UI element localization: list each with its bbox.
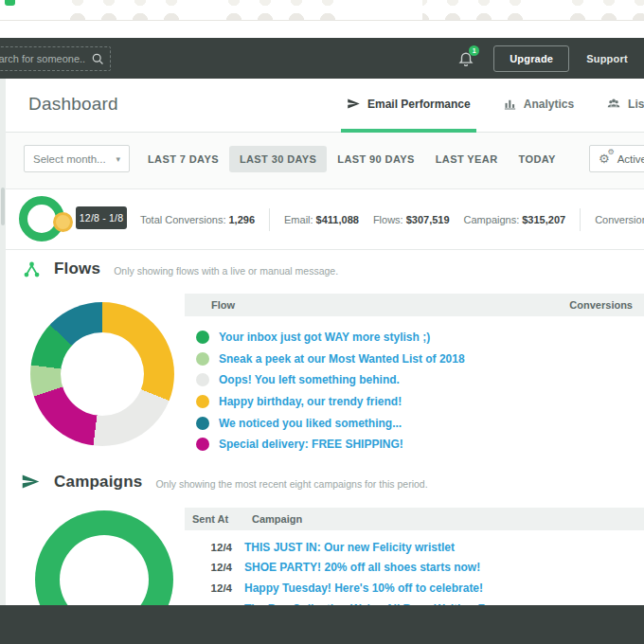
month-select-dropdown[interactable]: Select month... ▾ <box>24 145 130 172</box>
campaign-row[interactable]: 12/4 SHOE PARTY! 20% off all shoes start… <box>185 558 644 579</box>
bottom-dark-bar <box>0 605 644 644</box>
flows-section-title: Flows <box>54 259 100 278</box>
flow-link[interactable]: Happy birthday, our trendy friend! <box>219 395 402 408</box>
flow-link[interactable]: Your inbox just got WAY more stylish ;) <box>219 331 430 344</box>
flows-section-note: Only showing flows with a live or manual… <box>114 265 338 277</box>
tab-analytics[interactable]: Analytics <box>497 79 580 133</box>
flow-link[interactable]: Sneak a peek at our Most Wanted List of … <box>219 352 465 366</box>
flow-color-dot <box>196 331 209 344</box>
flow-color-dot <box>196 395 209 408</box>
date-range-badge: 12/8 - 1/8 <box>76 206 127 229</box>
campaigns-table-header: Sent At Campaign <box>185 508 644 530</box>
flow-row[interactable]: Oops! You left something behind. <box>185 369 644 391</box>
filter-bar: Select month... ▾ LAST 7 DAYS LAST 30 DA… <box>6 133 644 189</box>
tab-bar: Email Performance Analytics Lists & Segm… <box>341 79 644 133</box>
chip-last-30-days[interactable]: LAST 30 DAYS <box>229 146 327 172</box>
stat-flows: Flows:$307,519 <box>373 214 450 225</box>
flows-donut-chart <box>30 302 174 446</box>
flow-link[interactable]: We noticed you liked something... <box>219 417 402 430</box>
stat-email: Email:$411,088 <box>284 214 359 225</box>
stat-campaigns: Campaigns:$315,207 <box>464 214 566 225</box>
chip-today[interactable]: TODAY <box>509 146 566 172</box>
decorative-gap <box>536 0 570 20</box>
notifications-bell-icon[interactable]: 1 <box>457 49 476 68</box>
flows-table: Flow Conversions Your inbox just got WAY… <box>185 294 644 456</box>
page-title: Dashboard <box>28 94 118 115</box>
top-navigation-bar: 1 Upgrade Support Blog <box>0 38 644 79</box>
campaign-sent-at: 12/4 <box>185 582 232 594</box>
flow-branch-icon <box>23 260 41 278</box>
flow-color-dot <box>196 438 209 451</box>
stat-divider <box>269 208 270 231</box>
flow-row[interactable]: Your inbox just got WAY more stylish ;) <box>185 327 644 349</box>
bar-chart-icon <box>503 97 517 111</box>
notification-count-badge: 1 <box>469 45 479 56</box>
campaign-row[interactable]: 12/4 Happy Tuesday! Here's 10% off to ce… <box>185 578 644 599</box>
flows-table-header: Flow Conversions <box>185 294 644 316</box>
flow-link[interactable]: Oops! You left something behind. <box>219 373 400 386</box>
decorative-gap <box>337 0 422 20</box>
column-sent-at: Sent At <box>192 513 240 525</box>
summary-bar: 12/8 - 1/8 Total Conversions:1,296 Email… <box>6 189 644 250</box>
campaign-sent-at: 12/4 <box>185 562 232 573</box>
campaign-row[interactable]: 12/4 THIS JUST IN: Our new Felicity wris… <box>185 537 644 558</box>
tab-label: Email Performance <box>367 98 471 111</box>
stat-divider <box>580 208 581 231</box>
flow-row[interactable]: Happy birthday, our trendy friend! <box>185 391 644 413</box>
column-conversions: Conversions <box>569 299 633 311</box>
gear-icon: ⚙⚙ <box>599 152 610 165</box>
logo-fragment <box>5 0 15 6</box>
upgrade-button[interactable]: Upgrade <box>493 45 569 72</box>
chip-last-7-days[interactable]: LAST 7 DAYS <box>137 146 229 172</box>
campaigns-section-note: Only showing the most recent eight campa… <box>155 478 427 490</box>
scrollbar-thumb[interactable] <box>1 188 5 225</box>
flow-row[interactable]: Special delivery: FREE SHIPPING! <box>185 434 644 456</box>
search-icon[interactable] <box>91 52 104 65</box>
topbar-actions: 1 Upgrade Support Blog <box>457 38 644 79</box>
date-range-chips: LAST 7 DAYS LAST 30 DAYS LAST 90 DAYS LA… <box>137 145 566 172</box>
stat-conversions-per-recipient: Conversions/Recipient:#here <box>595 214 644 225</box>
campaign-link[interactable]: SHOE PARTY! 20% off all shoes starts now… <box>244 561 480 574</box>
chip-last-year[interactable]: LAST YEAR <box>425 146 509 172</box>
campaign-link[interactable]: Happy Tuesday! Here's 10% off to celebra… <box>244 581 483 595</box>
flow-color-dot <box>196 373 209 386</box>
campaign-plane-icon <box>21 472 41 492</box>
campaigns-section-header: Campaigns Only showing the most recent e… <box>21 472 428 492</box>
search-field-wrap <box>0 46 111 71</box>
summary-stats: Total Conversions:1,296 Email:$411,088 F… <box>140 189 644 250</box>
tab-label: Lists & Segments <box>628 98 644 111</box>
campaign-link[interactable]: THIS JUST IN: Our new Felicity wristlet <box>244 541 455 554</box>
campaign-sent-at: 12/4 <box>185 542 232 553</box>
caret-down-icon: ▾ <box>116 154 120 164</box>
tab-email-performance[interactable]: Email Performance <box>341 79 476 133</box>
decorative-gap <box>180 0 214 20</box>
column-flow: Flow <box>211 299 235 311</box>
active-on-site-button[interactable]: ⚙⚙ Active on Site <box>589 145 644 172</box>
flow-row[interactable]: We noticed you liked something... <box>185 412 644 434</box>
flow-color-dot <box>196 417 209 430</box>
campaigns-table: Sent At Campaign 12/4 THIS JUST IN: Our … <box>185 508 644 618</box>
flows-section-header: Flows Only showing flows with a live or … <box>23 259 338 278</box>
flow-row[interactable]: Sneak a peek at our Most Wanted List of … <box>185 349 644 370</box>
active-button-label: Active on Site <box>617 153 644 165</box>
support-link[interactable]: Support <box>586 53 628 64</box>
chip-last-90-days[interactable]: LAST 90 DAYS <box>327 146 424 172</box>
column-campaign: Campaign <box>252 513 302 525</box>
summary-yellow-dot <box>53 212 73 232</box>
tab-label: Analytics <box>524 98 574 111</box>
month-select-value: Select month... <box>33 153 106 165</box>
stat-total-conversions: Total Conversions:1,296 <box>140 214 255 225</box>
page-header: Dashboard Email Performance Analytics Li… <box>6 79 644 133</box>
flow-color-dot <box>196 352 209 366</box>
people-icon <box>606 97 621 111</box>
flow-link[interactable]: Special delivery: FREE SHIPPING! <box>219 438 403 451</box>
paper-plane-icon <box>347 97 361 111</box>
tab-lists-segments[interactable]: Lists & Segments <box>600 79 644 133</box>
campaigns-section-title: Campaigns <box>54 473 142 492</box>
